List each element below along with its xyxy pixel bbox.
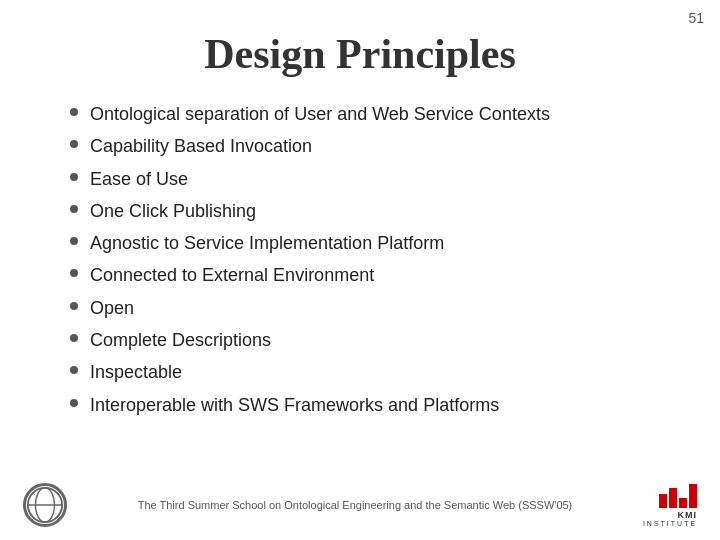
bullet-text: Inspectable: [90, 360, 182, 384]
bullet-list: Ontological separation of User and Web S…: [40, 102, 680, 417]
bullet-dot: [70, 140, 78, 148]
slide-title: Design Principles: [40, 30, 680, 78]
bullet-item: Ontological separation of User and Web S…: [70, 102, 680, 126]
bullet-item: Ease of Use: [70, 167, 680, 191]
bullet-dot: [70, 173, 78, 181]
bullet-dot: [70, 302, 78, 310]
footer: The Third Summer School on Ontological E…: [0, 480, 720, 530]
bullet-dot: [70, 399, 78, 407]
bullet-item: Agnostic to Service Implementation Platf…: [70, 231, 680, 255]
bullet-text: Complete Descriptions: [90, 328, 271, 352]
bullet-text: Open: [90, 296, 134, 320]
slide-number: 51: [688, 10, 704, 26]
bullet-text: Interoperable with SWS Frameworks and Pl…: [90, 393, 499, 417]
slide: 51 Design Principles Ontological separat…: [0, 0, 720, 540]
bullet-item: Connected to External Environment: [70, 263, 680, 287]
bullet-dot: [70, 366, 78, 374]
bullet-dot: [70, 334, 78, 342]
bullet-item: Open: [70, 296, 680, 320]
bullet-text: Ease of Use: [90, 167, 188, 191]
ou-logo: [20, 480, 70, 530]
bullet-dot: [70, 237, 78, 245]
bullet-text: Connected to External Environment: [90, 263, 374, 287]
bullet-dot: [70, 269, 78, 277]
bullet-text: Capability Based Invocation: [90, 134, 312, 158]
bullet-item: Capability Based Invocation: [70, 134, 680, 158]
bullet-text: One Click Publishing: [90, 199, 256, 223]
bullet-dot: [70, 205, 78, 213]
bullet-text: Ontological separation of User and Web S…: [90, 102, 550, 126]
footer-text: The Third Summer School on Ontological E…: [70, 499, 640, 511]
bullet-item: Interoperable with SWS Frameworks and Pl…: [70, 393, 680, 417]
bullet-item: Inspectable: [70, 360, 680, 384]
bullet-text: Agnostic to Service Implementation Platf…: [90, 231, 444, 255]
bullet-item: Complete Descriptions: [70, 328, 680, 352]
kmi-logo: KMI INSTITUTE: [640, 480, 700, 530]
bullet-dot: [70, 108, 78, 116]
bullet-item: One Click Publishing: [70, 199, 680, 223]
